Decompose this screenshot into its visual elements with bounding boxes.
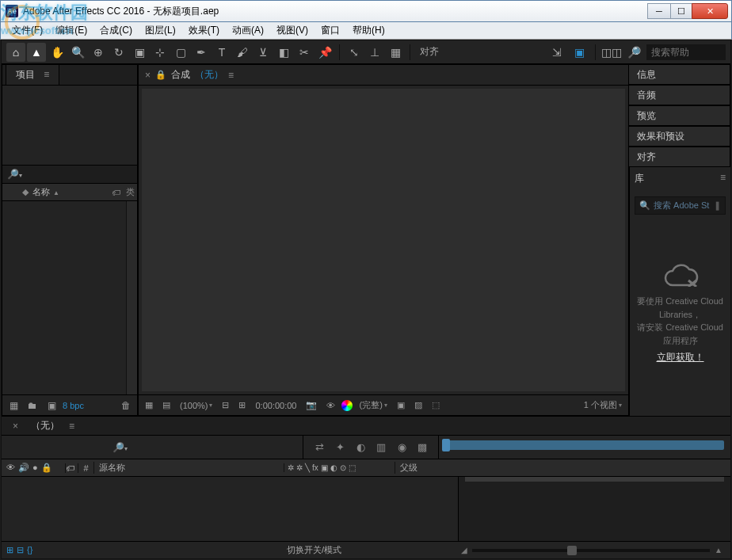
snap-icon[interactable]: ⇲ <box>547 43 566 62</box>
orbit-tool[interactable]: ⊕ <box>89 43 108 62</box>
graph-editor-icon[interactable]: ▩ <box>414 440 430 455</box>
roi-icon[interactable]: ▣ <box>394 400 408 410</box>
frame-blend-icon[interactable]: ▥ <box>373 440 389 455</box>
parent-column[interactable]: 父级 <box>395 462 458 474</box>
timeline-graph-area[interactable] <box>458 477 730 541</box>
timeline-tab[interactable]: （无） <box>25 417 66 435</box>
view-layout-dropdown[interactable]: 1 个视图▾ <box>581 399 625 411</box>
clone-tool[interactable]: ⊻ <box>254 43 273 62</box>
shy-icon[interactable]: ◐ <box>353 440 368 455</box>
hand-tool[interactable]: ✋ <box>48 43 67 62</box>
search-icon[interactable]: 🔎▾ <box>7 169 22 180</box>
brush-tool[interactable]: 🖌 <box>233 43 252 62</box>
zoom-tool[interactable]: 🔍 <box>68 43 87 62</box>
info-panel-header[interactable]: 信息 <box>629 64 730 85</box>
tag-column-icon[interactable]: 🏷 <box>109 188 123 197</box>
motion-blur-icon[interactable]: ◉ <box>394 440 410 455</box>
snapshot-icon[interactable]: 📷 <box>303 400 320 410</box>
name-column[interactable]: 名称▲ <box>32 186 109 198</box>
library-search[interactable]: 🔍 搜索 Adobe St ❚ <box>635 196 726 215</box>
close-button[interactable]: ✕ <box>692 3 728 19</box>
transparency-icon[interactable]: ▨ <box>411 400 425 410</box>
pen-tool[interactable]: ✒ <box>192 43 211 62</box>
toggle-modes-icon[interactable]: ⊟ <box>17 545 24 555</box>
close-tab-icon[interactable]: × <box>145 70 151 81</box>
project-tab[interactable]: 项目 ≡ <box>6 64 59 85</box>
search-help-input[interactable] <box>646 44 726 60</box>
preview-panel-header[interactable]: 预览 <box>629 105 730 126</box>
axis-view-icon[interactable]: ▦ <box>386 43 405 62</box>
scrollbar[interactable] <box>126 201 137 394</box>
resolution-icon[interactable]: ⊟ <box>219 400 232 410</box>
panel-menu-icon[interactable]: ≡ <box>69 421 74 432</box>
text-tool[interactable]: T <box>212 43 231 62</box>
minimize-button[interactable]: ─ <box>647 3 671 19</box>
audio-panel-header[interactable]: 音频 <box>629 85 730 105</box>
menu-effect[interactable]: 效果(T) <box>182 24 226 37</box>
menu-animation[interactable]: 动画(A) <box>226 24 270 37</box>
trash-icon[interactable]: 🗑 <box>118 398 134 413</box>
library-get-link[interactable]: 立即获取！ <box>657 350 704 364</box>
visibility-column-icon[interactable]: 👁 <box>6 463 15 473</box>
panel-menu-icon[interactable]: ≡ <box>720 172 726 185</box>
selection-tool[interactable]: ▲ <box>27 43 46 62</box>
panel-menu-icon[interactable]: ≡ <box>228 70 234 81</box>
bpc-toggle[interactable]: 8 bpc <box>63 401 84 410</box>
new-comp-icon[interactable]: ▣ <box>44 398 59 413</box>
align-panel-header[interactable]: 对齐 <box>629 147 730 167</box>
axis-local-icon[interactable]: ⤡ <box>345 43 364 62</box>
viewer-canvas[interactable] <box>142 89 625 391</box>
camera-tool[interactable]: ▣ <box>130 43 149 62</box>
pan-behind-tool[interactable]: ⊹ <box>151 43 170 62</box>
axis-world-icon[interactable]: ⊥ <box>365 43 384 62</box>
rotate-tool[interactable]: ↻ <box>109 43 128 62</box>
menu-edit[interactable]: 编辑(E) <box>49 24 93 37</box>
solo-column-icon[interactable]: ● <box>32 463 38 473</box>
toggle-grid-icon[interactable]: ▤ <box>159 400 173 410</box>
layer-list-area[interactable] <box>2 477 458 541</box>
eraser-tool[interactable]: ◧ <box>274 43 293 62</box>
draft3d-icon[interactable]: ✦ <box>332 440 348 455</box>
source-name-column[interactable]: 源名称 <box>93 462 284 474</box>
audio-column-icon[interactable]: 🔊 <box>18 463 29 473</box>
label-column-icon[interactable]: 🏷 <box>65 463 78 473</box>
menu-composition[interactable]: 合成(C) <box>93 24 139 37</box>
lock-column-icon[interactable]: 🔒 <box>41 463 52 473</box>
shape-tool[interactable]: ▢ <box>171 43 190 62</box>
label-column-icon[interactable]: ◆ <box>18 187 32 197</box>
zoom-out-icon[interactable]: ◢ <box>461 546 467 554</box>
roto-tool[interactable]: ✂ <box>295 43 314 62</box>
3d-view-icon[interactable]: ⬚ <box>429 400 443 410</box>
timeline-zoom-slider[interactable] <box>472 549 710 552</box>
menu-window[interactable]: 窗口 <box>315 24 346 37</box>
toggle-switches-icon[interactable]: ⊞ <box>6 545 13 555</box>
toggle-brackets-icon[interactable]: {} <box>27 545 32 555</box>
search-icon[interactable]: 🔎 <box>624 43 643 62</box>
workspace-icon[interactable]: ◫◫ <box>602 43 621 62</box>
type-column[interactable]: 类 <box>123 186 137 198</box>
zoom-dropdown[interactable]: (100%)▾ <box>177 401 215 410</box>
resolution-dropdown[interactable]: (完整)▾ <box>356 399 390 411</box>
time-ruler[interactable] <box>438 436 730 459</box>
show-snapshot-icon[interactable]: 👁 <box>323 401 338 410</box>
menu-view[interactable]: 视图(V) <box>270 24 315 37</box>
toggle-alpha-icon[interactable]: ▦ <box>142 400 156 410</box>
menu-layer[interactable]: 图层(L) <box>139 24 182 37</box>
comp-none-link[interactable]: （无） <box>195 68 223 82</box>
fast-preview-icon[interactable]: ⊞ <box>235 400 249 410</box>
switches-column[interactable]: ✲✲╲fx▣◐⊙⬚ <box>284 463 395 472</box>
library-tab[interactable]: 库 <box>635 172 644 185</box>
timeline-close-icon[interactable]: × <box>6 418 25 434</box>
menu-help[interactable]: 帮助(H) <box>346 24 391 37</box>
puppet-tool[interactable]: 📌 <box>315 43 334 62</box>
snap-box-icon[interactable]: ▣ <box>570 43 589 62</box>
maximize-button[interactable]: ☐ <box>670 3 692 19</box>
timeline-search-icon[interactable]: 🔎▾ <box>112 442 128 453</box>
comp-mini-flowchart-icon[interactable]: ⇄ <box>311 440 327 455</box>
interpret-icon[interactable]: ▦ <box>6 398 21 413</box>
zoom-in-icon[interactable]: ▲ <box>715 546 722 554</box>
home-tool[interactable]: ⌂ <box>6 43 25 62</box>
lock-icon[interactable]: 🔒 <box>155 70 166 80</box>
toggle-mode-label[interactable]: 切换开关/模式 <box>287 544 341 556</box>
effects-panel-header[interactable]: 效果和预设 <box>629 126 730 147</box>
